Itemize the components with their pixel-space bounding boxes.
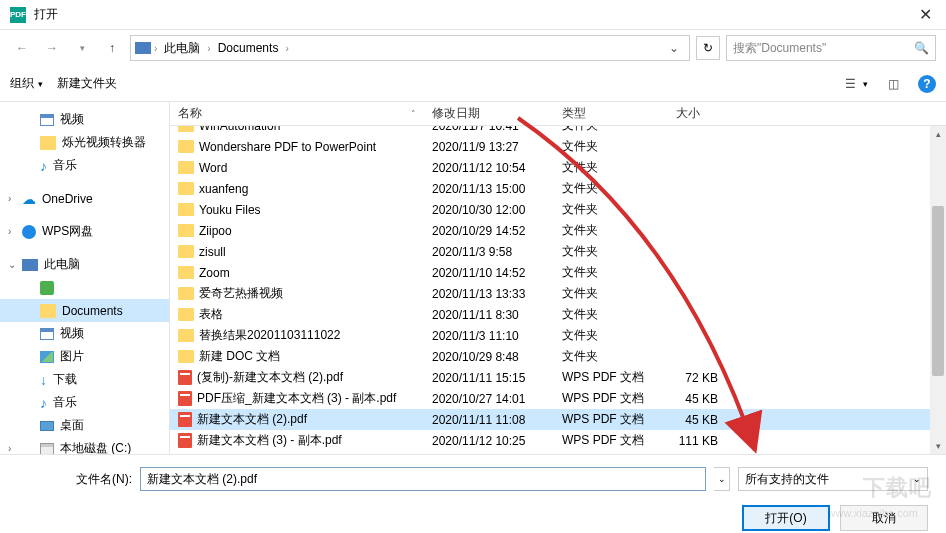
sidebar-item-label: 图片 — [60, 348, 84, 365]
search-input[interactable]: 搜索"Documents" 🔍 — [726, 35, 936, 61]
sidebar-item-label: 此电脑 — [44, 256, 80, 273]
sidebar-item[interactable]: 图片 — [0, 345, 169, 368]
recent-dropdown[interactable]: ▾ — [70, 36, 94, 60]
expand-icon[interactable]: › — [8, 226, 11, 237]
vertical-scrollbar[interactable]: ▴ ▾ — [930, 126, 946, 454]
folder-icon — [178, 161, 194, 174]
file-row[interactable]: PDF压缩_新建文本文档 (3) - 副本.pdf 2020/10/27 14:… — [170, 388, 946, 409]
address-bar[interactable]: › 此电脑 › Documents › ⌄ — [130, 35, 690, 61]
filename-input[interactable]: 新建文本文档 (2).pdf — [140, 467, 706, 491]
filename-dropdown[interactable]: ⌄ — [714, 467, 730, 491]
file-row[interactable]: zisull 2020/11/3 9:58 文件夹 — [170, 241, 946, 262]
file-date: 2020/11/7 10:41 — [424, 126, 554, 133]
window-title: 打开 — [34, 6, 915, 23]
sidebar-item[interactable]: 视频 — [0, 322, 169, 345]
scroll-up-icon[interactable]: ▴ — [930, 126, 946, 142]
up-button[interactable]: ↑ — [100, 36, 124, 60]
wps-icon — [22, 225, 36, 239]
pc-icon — [22, 259, 38, 271]
scroll-down-icon[interactable]: ▾ — [930, 438, 946, 454]
sidebar-item-label: Documents — [62, 304, 123, 318]
back-button[interactable]: ← — [10, 36, 34, 60]
folder-icon — [178, 266, 194, 279]
down-icon: ↓ — [40, 372, 47, 388]
close-icon[interactable]: ✕ — [915, 5, 936, 24]
list-view-icon: ☰ — [839, 73, 861, 95]
column-headers: 名称 ˄ 修改日期 类型 大小 — [170, 102, 946, 126]
refresh-button[interactable]: ↻ — [696, 36, 720, 60]
col-date[interactable]: 修改日期 — [424, 105, 554, 122]
file-row[interactable]: Word 2020/11/12 10:54 文件夹 — [170, 157, 946, 178]
green-icon — [40, 281, 54, 295]
file-date: 2020/11/11 8:30 — [424, 308, 554, 322]
sidebar-item[interactable]: ↓下载 — [0, 368, 169, 391]
col-type[interactable]: 类型 — [554, 105, 668, 122]
sidebar-item[interactable]: 烁光视频转换器 — [0, 131, 169, 154]
file-row[interactable]: 新建文本文档 (3) - 副本.pdf 2020/11/12 10:25 WPS… — [170, 430, 946, 451]
file-type: WPS PDF 文档 — [554, 369, 668, 386]
new-folder-button[interactable]: 新建文件夹 — [57, 75, 117, 92]
file-type: WPS PDF 文档 — [554, 411, 668, 428]
sidebar-item[interactable]: 视频 — [0, 108, 169, 131]
col-size[interactable]: 大小 — [668, 105, 748, 122]
file-row[interactable]: (复制)-新建文本文档 (2).pdf 2020/11/11 15:15 WPS… — [170, 367, 946, 388]
file-type-filter[interactable]: 所有支持的文件 ⌄ — [738, 467, 928, 491]
folder-icon — [178, 182, 194, 195]
help-button[interactable]: ? — [918, 75, 936, 93]
file-row[interactable]: Youku Files 2020/10/30 12:00 文件夹 — [170, 199, 946, 220]
file-size: 45 KB — [668, 392, 748, 406]
sidebar-item[interactable]: ›WPS网盘 — [0, 220, 169, 243]
sidebar-item[interactable]: ›本地磁盘 (C:) — [0, 437, 169, 454]
sidebar-item[interactable]: ⌄此电脑 — [0, 253, 169, 276]
pc-icon — [135, 40, 151, 56]
folder-icon — [178, 203, 194, 216]
file-date: 2020/11/12 10:54 — [424, 161, 554, 175]
file-type: 文件夹 — [554, 285, 668, 302]
file-row[interactable]: Ziipoo 2020/10/29 14:52 文件夹 — [170, 220, 946, 241]
file-date: 2020/10/30 12:00 — [424, 203, 554, 217]
file-date: 2020/11/3 9:58 — [424, 245, 554, 259]
folder-icon — [178, 308, 194, 321]
sidebar-item[interactable]: Documents — [0, 299, 169, 322]
address-dropdown[interactable]: ⌄ — [663, 41, 685, 55]
expand-icon[interactable]: › — [8, 443, 11, 454]
file-date: 2020/11/13 13:33 — [424, 287, 554, 301]
breadcrumb-pc[interactable]: 此电脑 — [160, 40, 204, 57]
file-row[interactable]: Zoom 2020/11/10 14:52 文件夹 — [170, 262, 946, 283]
scrollbar-thumb[interactable] — [932, 206, 944, 376]
col-name[interactable]: 名称 ˄ — [170, 105, 424, 122]
open-button[interactable]: 打开(O) — [742, 505, 830, 531]
sidebar-item[interactable]: ♪音乐 — [0, 154, 169, 177]
file-name: Ziipoo — [199, 224, 232, 238]
file-row[interactable]: WinAutomation 2020/11/7 10:41 文件夹 — [170, 126, 946, 136]
file-row[interactable]: 新建 DOC 文档 2020/10/29 8:48 文件夹 — [170, 346, 946, 367]
preview-pane-button[interactable]: ◫ — [882, 73, 904, 95]
file-type: WPS PDF 文档 — [554, 390, 668, 407]
cancel-button[interactable]: 取消 — [840, 505, 928, 531]
sidebar-item[interactable]: 桌面 — [0, 414, 169, 437]
sidebar-item[interactable]: ♪音乐 — [0, 391, 169, 414]
file-row[interactable]: xuanfeng 2020/11/13 15:00 文件夹 — [170, 178, 946, 199]
file-row[interactable]: 替换结果20201103111022 2020/11/3 11:10 文件夹 — [170, 325, 946, 346]
expand-icon[interactable]: › — [8, 193, 11, 204]
file-row[interactable]: Wondershare PDF to PowerPoint 2020/11/9 … — [170, 136, 946, 157]
view-mode-button[interactable]: ☰ ▾ — [839, 73, 868, 95]
file-name: 替换结果20201103111022 — [199, 327, 340, 344]
folder-icon — [40, 136, 56, 150]
file-row[interactable]: 爱奇艺热播视频 2020/11/13 13:33 文件夹 — [170, 283, 946, 304]
file-row[interactable]: 表格 2020/11/11 8:30 文件夹 — [170, 304, 946, 325]
chevron-right-icon: › — [285, 43, 288, 54]
expand-icon[interactable]: ⌄ — [8, 259, 16, 270]
organize-menu[interactable]: 组织 ▾ — [10, 75, 43, 92]
file-date: 2020/10/29 8:48 — [424, 350, 554, 364]
breadcrumb-documents[interactable]: Documents — [214, 41, 283, 55]
file-name: xuanfeng — [199, 182, 248, 196]
search-icon[interactable]: 🔍 — [914, 41, 929, 55]
file-row[interactable]: 新建文本文档 (2).pdf 2020/11/11 11:08 WPS PDF … — [170, 409, 946, 430]
file-name: (复制)-新建文本文档 (2).pdf — [197, 369, 343, 386]
file-type: 文件夹 — [554, 138, 668, 155]
sidebar-item[interactable] — [0, 276, 169, 299]
sidebar-item[interactable]: ›☁OneDrive — [0, 187, 169, 210]
file-name: zisull — [199, 245, 226, 259]
file-type: 文件夹 — [554, 264, 668, 281]
